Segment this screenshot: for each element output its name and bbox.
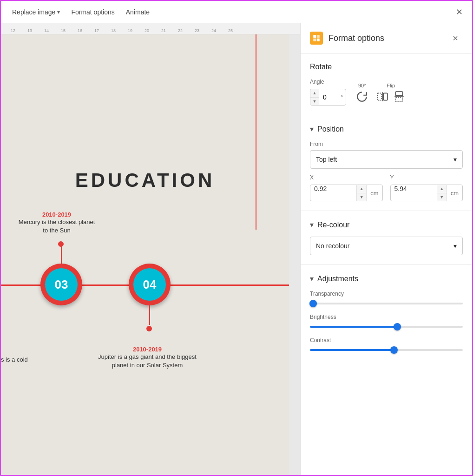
y-input-container[interactable]: 5.94 ▲ ▼ cm [390,185,463,201]
contrast-slider[interactable] [310,349,463,351]
replace-image-label: Replace image [12,8,55,16]
y-steppers[interactable]: ▲ ▼ [437,185,447,201]
recolour-section-title: Re-colour [317,221,349,229]
angle-label: Angle [310,79,346,85]
svg-rect-3 [317,39,320,41]
angle-value[interactable]: 0 [319,93,338,101]
flip-vertical-icon[interactable] [393,90,406,103]
x-input-container[interactable]: 0.92 ▲ ▼ cm [310,185,383,201]
brightness-fill [310,326,397,328]
recolour-chevron-icon[interactable]: ▾ [310,220,314,229]
node-04-text-below: 2010-2019 Jupiter is a gas giant and the… [82,346,212,370]
flip-horizontal-icon[interactable] [376,90,389,103]
rotate-90-button[interactable]: 90° [355,83,368,103]
panel-scroll-area[interactable]: Rotate Angle ▲ ▼ 0 ° [301,53,472,475]
rotate-icons: 90° Flip [355,83,406,103]
toolbar-close-button[interactable]: ✕ [452,5,466,20]
rotate-section-header: Rotate [310,63,463,71]
adjustments-section-header: ▾ Adjustments [310,274,463,283]
angle-steppers[interactable]: ▲ ▼ [310,89,319,105]
rotate-clockwise-icon [355,90,368,103]
ruler-mark: 14 [38,23,55,34]
position-section: ▾ Position From Top left ▾ X 0.92 [301,115,472,211]
node-04-stem-dot-down [146,326,152,331]
ruler-mark: 22 [172,23,189,34]
ruler-mark: 23 [189,23,205,34]
animate-label: Animate [126,8,150,16]
node-04-year: 2010-2019 [82,346,212,353]
node-03-inner-circle: 03 [45,268,78,301]
node-03-year: 2010-2019 [6,211,108,218]
ruler-mark: 18 [105,23,122,34]
svg-rect-1 [317,35,320,38]
recolour-dropdown[interactable]: No recolour ▾ [310,237,463,255]
node-03-outer-circle: 03 [40,264,82,305]
position-chevron-icon[interactable]: ▾ [310,125,314,133]
ruler-mark: 13 [21,23,38,34]
flip-section: Flip [376,83,406,103]
angle-step-down[interactable]: ▼ [310,98,319,106]
node-03-desc-line2: to the Sun [6,226,108,235]
position-from-dropdown[interactable]: Top left ▾ [310,150,463,169]
svg-rect-5 [383,93,388,100]
ruler-mark: 16 [72,23,88,34]
transparency-thumb[interactable] [309,300,317,307]
red-vertical-line [256,34,256,230]
svg-rect-7 [396,98,403,102]
rotate-90-label: 90° [358,83,366,88]
angle-field-group: Angle ▲ ▼ 0 ° [310,79,346,106]
angle-input-wrap[interactable]: ▲ ▼ 0 ° [310,89,346,106]
canvas-wrapper[interactable]: EDUCATION 2010-2019 Mercury is the close… [1,34,300,475]
x-value[interactable]: 0.92 [310,185,356,201]
format-panel-title: Format options [328,33,442,43]
node-03: 03 [40,264,82,305]
replace-image-chevron-icon: ▾ [57,9,60,15]
slide-canvas: EDUCATION 2010-2019 Mercury is the close… [1,34,289,475]
x-unit: cm [366,185,382,201]
rotate-section-title: Rotate [310,63,332,71]
position-xy-row: X 0.92 ▲ ▼ cm Y [310,174,463,201]
flip-label: Flip [387,83,395,88]
svg-rect-8 [396,92,403,96]
transparency-slider[interactable] [310,303,463,304]
contrast-thumb[interactable] [390,346,398,354]
format-panel-close-button[interactable]: × [448,31,463,46]
ruler-marks: 12 13 14 15 16 17 18 19 20 21 22 23 24 2… [1,23,239,34]
x-step-down[interactable]: ▼ [357,193,366,201]
slide-title: EDUCATION [1,169,289,192]
ruler-mark: 17 [88,23,105,34]
ruler-mark: 12 [5,23,21,34]
replace-image-button[interactable]: Replace image ▾ [7,6,66,19]
angle-step-up[interactable]: ▲ [310,89,319,98]
toolbar: Replace image ▾ Format options Animate ✕ [1,1,472,23]
brightness-thumb[interactable] [394,323,401,331]
node-03-stem-up [61,244,62,264]
y-step-up[interactable]: ▲ [437,185,447,193]
ruler-mark: 20 [138,23,155,34]
svg-rect-0 [313,35,316,38]
x-step-up[interactable]: ▲ [357,185,366,193]
recolour-dropdown-chevron-icon: ▾ [453,242,457,250]
position-section-header: ▾ Position [310,125,463,133]
recolour-section-header: ▾ Re-colour [310,220,463,229]
adjustments-chevron-icon[interactable]: ▾ [310,274,314,283]
y-step-down[interactable]: ▼ [437,193,447,201]
editor-area: 12 13 14 15 16 17 18 19 20 21 22 23 24 2… [1,23,300,475]
adjustments-section: ▾ Adjustments Transparency Brightness [301,265,472,364]
y-field: Y 5.94 ▲ ▼ cm [390,174,463,201]
contrast-fill [310,349,394,351]
recolour-section: ▾ Re-colour No recolour ▾ [301,211,472,265]
animate-button[interactable]: Animate [120,6,155,19]
recolour-value: No recolour [316,242,349,250]
y-value[interactable]: 5.94 [391,185,437,201]
node-04-outer-circle: 04 [129,264,171,305]
format-options-button[interactable]: Format options [66,6,120,19]
ruler-mark: 15 [55,23,72,34]
ruler-mark: 21 [155,23,172,34]
transparency-label: Transparency [310,291,463,297]
x-steppers[interactable]: ▲ ▼ [356,185,366,201]
rotate-section: Rotate Angle ▲ ▼ 0 ° [301,53,472,115]
x-label: X [310,174,383,181]
rotate-row: Angle ▲ ▼ 0 ° 90° [310,79,463,106]
brightness-slider[interactable] [310,326,463,328]
